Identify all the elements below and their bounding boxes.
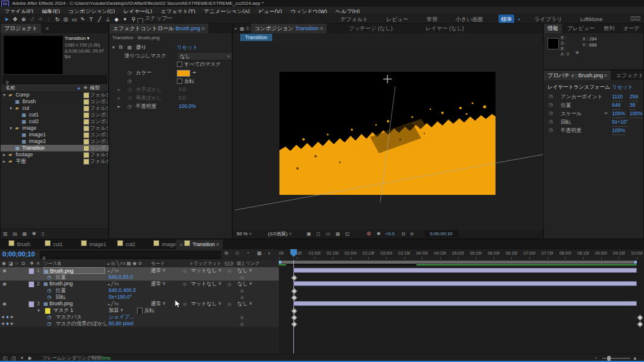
effects-presets-tab[interactable]: エフェクト&プリセット <box>613 71 644 80</box>
zoom-slider[interactable] <box>602 358 630 359</box>
layer-transform-section[interactable]: レイヤートランスフォーム <box>547 83 610 91</box>
twirl-down-icon[interactable]: ▾ <box>10 125 12 132</box>
blend-mode-dropdown[interactable]: 通常 ˅ <box>151 281 165 287</box>
mode-column[interactable]: モード <box>151 260 165 267</box>
project-tree-item[interactable]: ▾▰cutフォルダー <box>1 105 109 112</box>
region-of-interest-icon[interactable]: ▭ <box>326 229 331 238</box>
twirl-right-icon[interactable]: ▸ <box>118 103 120 110</box>
panel-layout-icon[interactable]: ◫◫ <box>630 13 640 23</box>
timeline-tab-label[interactable]: cut2 <box>126 241 135 247</box>
create-folder-icon[interactable]: ▤ <box>13 229 18 239</box>
timeline-tab[interactable]: image1 <box>77 240 110 249</box>
footage-tab[interactable]: フッテージ (なし) <box>345 24 397 33</box>
stopwatch-icon[interactable]: ◷ <box>47 314 51 320</box>
lock-icon[interactable]: ⚿ <box>246 26 249 31</box>
property-value[interactable]: 640.0,400.0 <box>109 287 136 294</box>
exposure-value[interactable]: +0.0 <box>385 229 395 238</box>
project-tree-item[interactable]: ▦cut1コンポジション <box>1 112 109 118</box>
project-tree-item[interactable]: ▾▰Compフォルダー <box>1 92 109 98</box>
show-snapshot-icon[interactable]: ◙ <box>410 229 413 238</box>
label-color-chip[interactable] <box>83 159 89 165</box>
label-color-chip[interactable] <box>83 99 89 105</box>
parent-link-column[interactable]: 親とリンク <box>237 260 260 267</box>
prev-keyframe-icon[interactable]: ◀ <box>1 314 4 320</box>
keyframe-diamond[interactable] <box>292 308 298 314</box>
property-value[interactable]: 0x+190.0° <box>109 294 132 300</box>
workspace-overflow-icon[interactable]: » <box>583 13 591 23</box>
trash-icon[interactable]: ▯ <box>42 229 44 239</box>
property-value-1[interactable]: 648 <box>612 101 620 110</box>
property-label[interactable]: マスクの境界のぼかし <box>56 320 108 327</box>
panel-menu-icon[interactable]: ≡ <box>603 73 607 78</box>
track-matte-dropdown[interactable]: マットなし ˅ <box>191 300 222 307</box>
panel-menu-icon[interactable]: ≡ <box>320 26 324 31</box>
transform-reset-link[interactable]: リセット <box>612 83 633 91</box>
layer-name[interactable]: ▦ Brush.png <box>43 267 105 274</box>
project-tree-item[interactable]: ▦cut2コンポジション <box>1 118 109 125</box>
stopwatch-icon[interactable]: ◷ <box>47 294 51 300</box>
parent-dropdown[interactable]: なし ˅ <box>237 300 252 307</box>
sort-arrow-icon[interactable]: ▲ <box>77 84 81 92</box>
project-tree-item[interactable]: ▦image2コンポジション <box>1 138 109 145</box>
layer-duration-bar[interactable] <box>293 268 637 273</box>
item-name[interactable]: cut2 <box>29 118 39 125</box>
project-tree-item[interactable]: ▾▰imageフォルダー <box>1 125 109 132</box>
preview-tab[interactable]: プレビュー <box>564 24 599 33</box>
label-color-chip[interactable] <box>83 119 89 125</box>
eyedropper-icon[interactable]: ✒ <box>193 69 197 77</box>
timeline-tab[interactable]: cut1 <box>41 240 66 249</box>
property-label[interactable]: 回転 <box>56 294 66 300</box>
layer-duration-bar[interactable] <box>293 301 637 306</box>
property-value[interactable]: 640.0,93.0 <box>109 274 133 281</box>
property-label[interactable]: 位置 <box>56 274 66 281</box>
close-icon[interactable]: × <box>180 242 184 247</box>
snapshot-icon[interactable]: ◘ <box>402 229 405 238</box>
twirl-right-icon[interactable]: ▸ <box>118 94 120 102</box>
label-color-chip[interactable] <box>83 112 89 118</box>
twirl-right-icon[interactable]: ▸ <box>3 151 5 158</box>
next-keyframe-icon[interactable]: ▶ <box>11 320 14 327</box>
pickwhip-icon[interactable]: ◎ <box>240 314 244 320</box>
current-timecode[interactable]: 0;00;00;10 <box>2 250 35 258</box>
project-tree-item[interactable]: ▦Transitionコンポジション <box>1 145 109 151</box>
label-color-chip[interactable] <box>83 145 89 151</box>
label-color-chip[interactable] <box>83 132 89 138</box>
layer-visibility-toggle[interactable]: ◉ <box>2 281 7 287</box>
project-tree-item[interactable]: ▦image1コンポジション <box>1 132 109 138</box>
transform-property-row[interactable]: ◷位置64838 <box>544 101 644 109</box>
add-keyframe-icon[interactable]: ◆ <box>6 320 9 327</box>
item-name[interactable]: image1 <box>29 132 46 138</box>
mask-visibility-icon[interactable]: ◻ <box>316 229 320 238</box>
properties-tab[interactable]: プロパティ: Brush.png ≡ <box>544 71 611 80</box>
work-area-start-handle[interactable] <box>279 261 281 264</box>
comp-viewer[interactable] <box>234 42 543 229</box>
project-search-input[interactable]: ⚲ <box>3 75 107 84</box>
timeline-tab-label[interactable]: Brush <box>17 241 30 247</box>
project-item-name[interactable]: Transition ▾ <box>65 36 89 41</box>
work-area-bar[interactable] <box>279 261 637 264</box>
color-swatch[interactable] <box>177 70 190 77</box>
stopwatch-icon[interactable]: ◷ <box>549 101 553 109</box>
blend-mode-dropdown[interactable]: 通常 ˅ <box>151 267 165 274</box>
stopwatch-icon[interactable]: ◷ <box>127 69 132 77</box>
label-color-chip[interactable] <box>83 106 89 112</box>
twirl-down-icon[interactable]: ▾ <box>10 105 12 112</box>
frame-blending-icon[interactable]: ▩ <box>257 250 262 256</box>
close-icon[interactable]: × <box>233 26 238 31</box>
timeline-lane-area[interactable] <box>279 260 644 354</box>
item-name[interactable]: Comp <box>16 92 30 98</box>
mask-name[interactable]: マスク 1 <box>53 307 73 314</box>
label-color-chip[interactable] <box>83 152 89 158</box>
twirl-right-icon[interactable]: ▸ <box>3 158 5 165</box>
twirl-right-icon[interactable]: ▸ <box>118 86 120 94</box>
prev-keyframe-icon[interactable]: ◀ <box>1 320 4 327</box>
parent-pickwhip-icon[interactable]: ◎ <box>228 267 231 274</box>
align-tab[interactable]: 整列 <box>600 24 618 33</box>
stopwatch-icon[interactable]: ◷ <box>47 274 51 281</box>
timeline-tab[interactable]: × Transition ≡ <box>176 240 223 249</box>
composition-tab[interactable]: コンポジション Transition ≡ <box>251 24 327 33</box>
color-channels-icon[interactable]: ❂ <box>367 229 371 238</box>
keyframe-diamond[interactable] <box>292 295 298 301</box>
transform-property-row[interactable]: ◷アンカーポイント1110259 <box>544 92 644 101</box>
twirl-down-icon[interactable]: ▾ <box>112 43 115 51</box>
